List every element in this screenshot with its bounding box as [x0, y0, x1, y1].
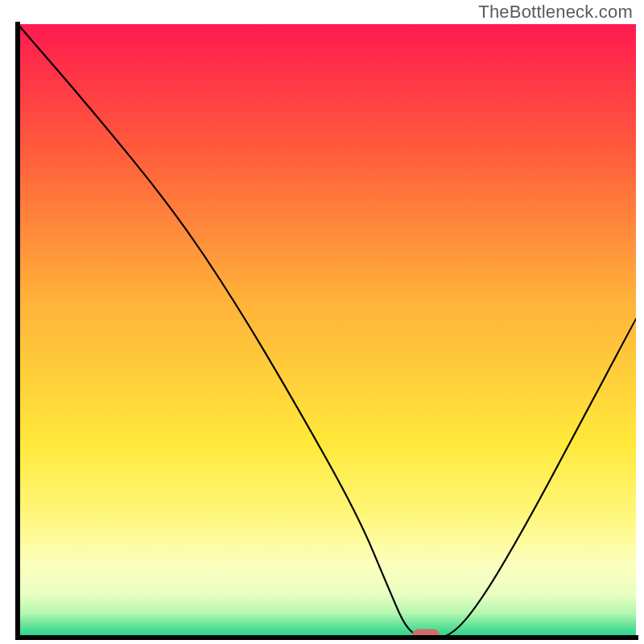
- watermark-text: TheBottleneck.com: [478, 2, 633, 23]
- bottleneck-chart: [0, 0, 644, 644]
- chart-container: TheBottleneck.com: [0, 0, 644, 644]
- plot-background: [18, 24, 636, 638]
